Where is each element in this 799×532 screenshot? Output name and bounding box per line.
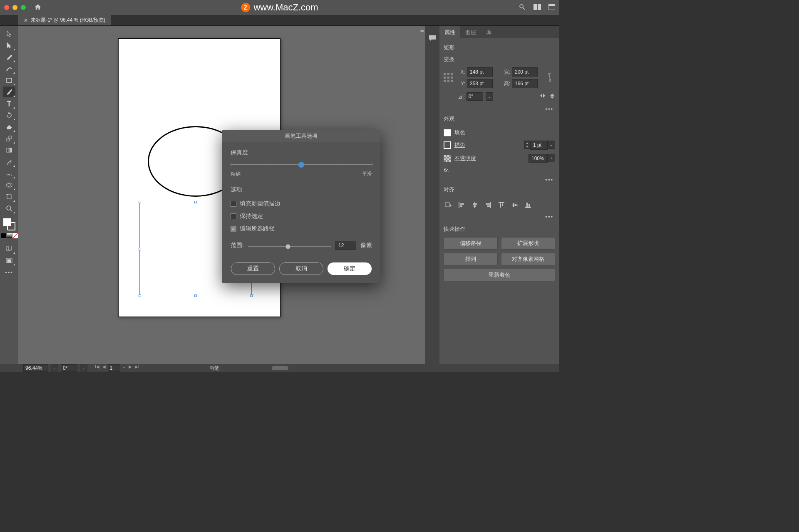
maximize-window[interactable] (21, 5, 26, 10)
close-window[interactable] (4, 5, 9, 10)
fill-swatch[interactable] (444, 129, 451, 136)
expand-shape-button[interactable]: 扩展形状 (501, 237, 555, 250)
fidelity-slider-thumb[interactable] (298, 162, 304, 168)
prev-artboard-icon[interactable]: ◀ (102, 364, 107, 372)
fidelity-max-label: 平滑 (362, 171, 372, 178)
align-left-icon[interactable] (457, 201, 466, 209)
fx-label[interactable]: fx. (444, 167, 449, 173)
reference-point[interactable] (444, 73, 454, 83)
opacity-label[interactable]: 不透明度 (454, 155, 476, 162)
opacity-swatch[interactable] (444, 155, 451, 162)
next-artboard-icon[interactable]: ▶ (128, 364, 133, 372)
fill-color-swatch[interactable] (3, 218, 11, 226)
appearance-more[interactable]: ••• (444, 176, 555, 183)
rotate-view-input[interactable] (61, 364, 77, 372)
rotate-tool[interactable] (3, 110, 15, 121)
stroke-swatch[interactable] (444, 141, 451, 149)
align-more[interactable]: ••• (444, 213, 555, 220)
tab-library[interactable]: 库 (481, 26, 496, 38)
eyedropper-tool[interactable] (3, 156, 15, 167)
first-artboard-icon[interactable]: I◀ (94, 364, 100, 372)
align-right-icon[interactable] (484, 201, 493, 209)
gradient-tool[interactable] (3, 145, 15, 156)
align-bottom-icon[interactable] (524, 201, 533, 209)
color-mode-swatches[interactable] (1, 233, 18, 238)
document-tab[interactable]: × 未标题-1* @ 96.44 % (RGB/预览) (18, 15, 111, 25)
width-input[interactable] (512, 67, 538, 77)
last-artboard-icon[interactable]: ▶I (134, 364, 140, 372)
shape-builder-tool[interactable] (3, 180, 15, 191)
cancel-button[interactable]: 取消 (279, 262, 323, 275)
ok-button[interactable]: 确定 (328, 262, 372, 275)
edit-selected-paths-checkbox[interactable]: ✓编辑所选路径 (231, 223, 372, 235)
artboard-number-input[interactable] (108, 364, 120, 372)
artboard-tool[interactable] (3, 191, 15, 202)
blend-tool[interactable] (3, 168, 15, 179)
screen-mode[interactable] (3, 255, 15, 266)
stroke-stepper[interactable]: ▴▾ (524, 141, 530, 149)
rectangle-tool[interactable] (3, 75, 15, 86)
fidelity-label: 保真度 (231, 149, 372, 156)
flip-horizontal-icon[interactable] (539, 93, 546, 101)
opacity-input[interactable] (529, 154, 548, 163)
svg-rect-24 (460, 205, 462, 207)
recolor-button[interactable]: 重新着色 (444, 269, 555, 281)
fidelity-slider[interactable] (231, 161, 372, 169)
tab-layers[interactable]: 图层 (460, 26, 481, 38)
home-button[interactable] (34, 3, 42, 12)
selection-tool[interactable] (3, 28, 15, 39)
title-url: www.MacZ.com (253, 2, 318, 13)
constrain-proportions-icon[interactable] (548, 72, 555, 84)
y-input[interactable] (467, 79, 493, 88)
range-input[interactable] (335, 241, 356, 250)
close-tab-icon[interactable]: × (24, 17, 27, 24)
flip-vertical-icon[interactable] (549, 93, 555, 101)
transform-more[interactable]: ••• (444, 105, 555, 113)
horizontal-scrollbar-thumb[interactable] (272, 366, 288, 370)
stroke-label[interactable]: 描边 (454, 141, 465, 149)
arrange-docs-icon[interactable] (533, 4, 541, 11)
offset-path-button[interactable]: 偏移路径 (444, 237, 498, 250)
minimize-window[interactable] (12, 5, 17, 10)
color-swatch[interactable] (3, 218, 15, 230)
draw-mode[interactable] (3, 243, 15, 254)
align-center-h-icon[interactable] (470, 201, 479, 209)
x-input[interactable] (467, 67, 493, 77)
workspace-icon[interactable] (548, 4, 555, 11)
height-input[interactable] (512, 79, 538, 88)
rotate-dropdown[interactable]: ⌄ (486, 92, 493, 101)
range-slider[interactable] (248, 242, 331, 251)
comments-panel-icon[interactable] (427, 33, 438, 43)
zoom-tool[interactable] (3, 203, 15, 214)
paintbrush-tool[interactable] (3, 87, 15, 97)
scale-tool[interactable] (3, 133, 15, 144)
arrange-button[interactable]: 排列 (444, 253, 498, 265)
align-pixel-grid-button[interactable]: 对齐像素网格 (501, 253, 555, 265)
eraser-tool[interactable] (3, 121, 15, 132)
direct-selection-tool[interactable] (3, 40, 15, 51)
expand-panels-icon[interactable]: ≪ (420, 28, 425, 34)
artboard-num-dropdown[interactable]: ⌄ (122, 364, 127, 372)
curvature-tool[interactable] (3, 63, 15, 74)
zoom-input[interactable] (23, 364, 48, 372)
align-center-v-icon[interactable] (510, 201, 519, 209)
zoom-dropdown[interactable]: ⌄ (51, 364, 58, 372)
rotate-view-dropdown[interactable]: ⌄ (80, 364, 87, 372)
opacity-dropdown[interactable]: › (548, 154, 555, 162)
keep-selected-checkbox[interactable]: 保持选定 (231, 210, 372, 223)
range-slider-thumb[interactable] (285, 244, 290, 249)
tab-properties[interactable]: 属性 (439, 26, 460, 38)
align-to-dropdown[interactable] (444, 201, 453, 209)
stroke-dropdown[interactable]: ⌄ (548, 141, 555, 149)
reset-button[interactable]: 重置 (231, 262, 275, 275)
stroke-weight-input[interactable] (530, 141, 548, 150)
search-icon[interactable] (519, 3, 526, 12)
rotate-input[interactable] (466, 92, 483, 101)
type-tool[interactable]: T (3, 98, 15, 109)
edit-toolbar[interactable]: ••• (3, 267, 15, 277)
align-top-icon[interactable] (497, 201, 506, 209)
pen-tool[interactable] (3, 52, 15, 62)
svg-rect-29 (486, 203, 490, 205)
fill-new-strokes-checkbox[interactable]: 填充新画笔描边 (231, 198, 372, 210)
canvas[interactable]: ≪ 画笔工具选项 保真度 (18, 26, 425, 364)
